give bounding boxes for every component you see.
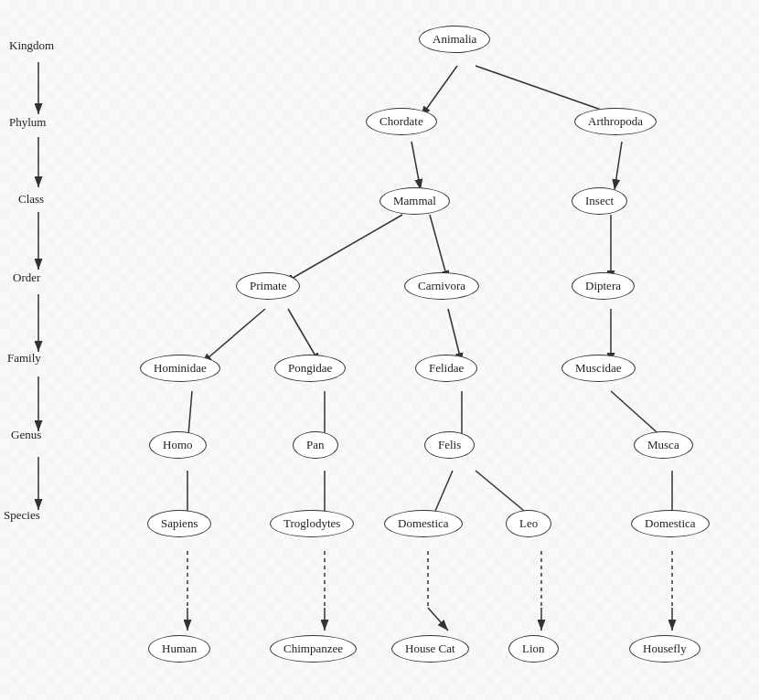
chimpanzee-node: Chimpanzee (270, 635, 357, 663)
lion-node: Lion (508, 635, 559, 663)
primate-node: Primate (236, 272, 300, 300)
insect-node: Insect (572, 187, 627, 215)
family-label: Family (7, 351, 41, 366)
homo-node: Homo (149, 431, 207, 459)
sapiens-node: Sapiens (147, 510, 211, 537)
domestica2-node: Domestica (631, 510, 710, 537)
arthropoda-node: Arthropoda (574, 108, 657, 135)
domestica1-node: Domestica (384, 510, 463, 537)
class-label: Class (18, 192, 44, 207)
felidae-node: Felidae (415, 355, 477, 382)
mammal-node: Mammal (380, 187, 450, 215)
muscidae-node: Muscidae (561, 355, 636, 382)
svg-line-11 (283, 215, 402, 283)
pongidae-node: Pongidae (274, 355, 346, 382)
order-label: Order (13, 270, 40, 285)
species-label: Species (4, 508, 40, 523)
diptera-node: Diptera (572, 272, 635, 300)
taxonomy-diagram: Kingdom Phylum Class Order Family Genus … (0, 0, 759, 700)
housefly-node: Housefly (629, 635, 700, 663)
svg-line-10 (615, 142, 622, 190)
musca-node: Musca (634, 431, 693, 459)
leo-node: Leo (506, 510, 551, 537)
svg-line-9 (412, 142, 421, 190)
kingdom-label: Kingdom (9, 38, 54, 53)
pan-node: Pan (293, 431, 338, 459)
human-node: Human (148, 635, 210, 663)
carnivora-node: Carnivora (404, 272, 479, 300)
housecat-node: House Cat (391, 635, 469, 663)
felis-node: Felis (424, 431, 475, 459)
chordate-node: Chordate (366, 108, 437, 135)
troglodytes-node: Troglodytes (270, 510, 354, 537)
phylum-label: Phylum (9, 115, 46, 130)
genus-label: Genus (11, 428, 41, 442)
animalia-node: Animalia (419, 26, 490, 53)
svg-line-32 (428, 608, 448, 631)
hominidae-node: Hominidae (140, 355, 220, 382)
